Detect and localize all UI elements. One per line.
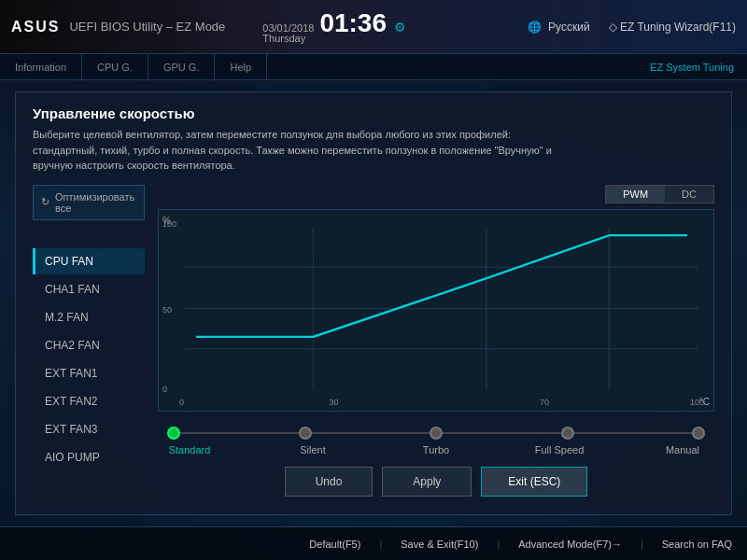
preset-label-turbo: Turbo: [408, 444, 464, 455]
fan-item-aio-pump[interactable]: AIO PUMP: [33, 444, 145, 470]
nav-tabs: Information CPU G. GPU G. Help EZ System…: [0, 54, 747, 80]
settings-icon[interactable]: ⚙: [394, 20, 406, 35]
preset-dot-turbo[interactable]: [430, 427, 443, 440]
pwm-dc-toggle: PWM DC: [605, 185, 714, 203]
header-bar: ASUS UEFI BIOS Utility – EZ Mode 03/01/2…: [0, 0, 747, 54]
main-content: Управление скоростью Выберите целевой ве…: [0, 80, 747, 526]
footer-search-faq[interactable]: Search on FAQ: [662, 539, 732, 550]
fan-item-ext-fan3[interactable]: EXT FAN3: [33, 416, 145, 442]
action-buttons: Undo Apply Exit (ESC): [158, 467, 714, 497]
preset-labels: Standard Silent Turbo Full Speed Manual: [158, 444, 714, 455]
tab-ez-system[interactable]: EZ System Tuning: [637, 54, 747, 79]
apply-button[interactable]: Apply: [382, 467, 472, 497]
footer-bar: Default(F5) | Save & Exit(F10) | Advance…: [0, 526, 747, 560]
fan-list-section: ↻ Оптимизировать все CPU FAN CHA1 FAN M.…: [33, 185, 145, 497]
ez-wizard-link[interactable]: ◇ EZ Tuning Wizard(F11): [609, 21, 736, 34]
panel-description: Выберите целевой вентилятор, затем перем…: [33, 127, 556, 174]
fan-item-cha2-fan[interactable]: CHA2 FAN: [33, 332, 145, 358]
optimize-icon: ↻: [41, 196, 49, 208]
preset-label-manual: Manual: [655, 444, 711, 455]
preset-slider-row: Standard Silent Turbo Full Speed Manual: [158, 427, 714, 455]
graph-svg: [159, 210, 713, 411]
tab-gpu[interactable]: GPU G.: [148, 54, 216, 79]
header-date: 03/01/2018Thursday: [262, 23, 314, 44]
pwm-button[interactable]: PWM: [606, 186, 665, 203]
undo-button[interactable]: Undo: [285, 467, 374, 497]
preset-dot-silent[interactable]: [299, 427, 312, 440]
footer-advanced-mode[interactable]: Advanced Mode(F7)→: [518, 539, 622, 550]
preset-dot-full-speed[interactable]: [561, 427, 574, 440]
fan-control-panel: Управление скоростью Выберите целевой ве…: [15, 91, 732, 515]
asus-logo: ASUS: [11, 19, 60, 35]
bios-title: UEFI BIOS Utility – EZ Mode: [69, 20, 225, 34]
dc-button[interactable]: DC: [665, 186, 713, 203]
footer-sep-3: |: [641, 539, 643, 550]
preset-label-silent: Silent: [285, 444, 341, 455]
fan-item-ext-fan2[interactable]: EXT FAN2: [33, 388, 145, 414]
tab-information[interactable]: Information: [0, 54, 82, 79]
preset-dot-manual[interactable]: [692, 427, 705, 440]
fan-item-cpu-fan[interactable]: CPU FAN: [33, 248, 145, 274]
wand-icon: ◇: [609, 21, 617, 34]
fan-speed-graph: % 100 50 0 °C 0 30 70 100: [158, 209, 714, 412]
preset-dot-standard[interactable]: [167, 427, 180, 440]
globe-icon: 🌐: [528, 21, 542, 34]
header-right: 🌐 Русский ◇ EZ Tuning Wizard(F11): [528, 21, 736, 34]
header-time: 03/01/2018Thursday 01:36 ⚙: [262, 10, 406, 44]
tab-cpu[interactable]: CPU G.: [82, 54, 148, 79]
preset-label-full-speed: Full Speed: [531, 444, 587, 455]
language-selector[interactable]: 🌐 Русский: [528, 21, 590, 34]
graph-section: PWM DC % 100 50 0 °C 0 30 70 100: [158, 185, 714, 497]
fan-item-cha1-fan[interactable]: CHA1 FAN: [33, 276, 145, 302]
panel-title: Управление скоростью: [33, 105, 714, 121]
optimize-all-button[interactable]: ↻ Оптимизировать все: [33, 185, 145, 220]
footer-save-exit[interactable]: Save & Exit(F10): [401, 539, 478, 550]
preset-track: [158, 427, 714, 440]
fan-item-ext-fan1[interactable]: EXT FAN1: [33, 360, 145, 386]
footer-sep-1: |: [379, 539, 382, 550]
preset-label-standard: Standard: [162, 444, 218, 455]
fan-list: CPU FAN CHA1 FAN M.2 FAN CHA2 FAN EXT FA…: [33, 248, 145, 470]
clock-display: 01:36: [319, 10, 387, 36]
fan-item-m2-fan[interactable]: M.2 FAN: [33, 304, 145, 330]
tab-help[interactable]: Help: [215, 54, 267, 79]
exit-button[interactable]: Exit (ESC): [481, 467, 587, 497]
footer-sep-2: |: [497, 539, 500, 550]
footer-default[interactable]: Default(F5): [309, 539, 360, 550]
fan-body: ↻ Оптимизировать все CPU FAN CHA1 FAN M.…: [33, 185, 714, 497]
